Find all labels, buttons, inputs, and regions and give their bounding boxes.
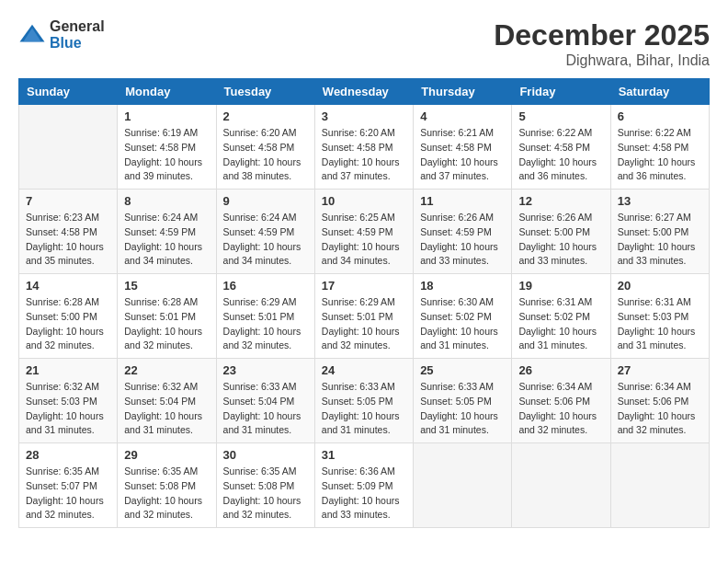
weekday-header-friday: Friday (512, 79, 610, 105)
day-number: 31 (322, 448, 406, 462)
day-number: 8 (124, 194, 209, 208)
day-info: Sunrise: 6:33 AM Sunset: 5:05 PM Dayligh… (322, 380, 406, 438)
calendar-cell: 7Sunrise: 6:23 AM Sunset: 4:58 PM Daylig… (19, 190, 118, 274)
week-row-1: 7Sunrise: 6:23 AM Sunset: 4:58 PM Daylig… (19, 190, 710, 274)
day-number: 29 (124, 448, 209, 462)
day-info: Sunrise: 6:34 AM Sunset: 5:06 PM Dayligh… (618, 380, 702, 438)
calendar-cell: 1Sunrise: 6:19 AM Sunset: 4:58 PM Daylig… (118, 105, 216, 190)
day-info: Sunrise: 6:35 AM Sunset: 5:08 PM Dayligh… (124, 465, 209, 523)
day-number: 6 (618, 109, 702, 123)
calendar-cell: 20Sunrise: 6:31 AM Sunset: 5:03 PM Dayli… (610, 274, 709, 359)
day-info: Sunrise: 6:20 AM Sunset: 4:58 PM Dayligh… (322, 126, 406, 184)
day-info: Sunrise: 6:27 AM Sunset: 5:00 PM Dayligh… (618, 211, 702, 269)
logo-icon (18, 21, 46, 49)
day-info: Sunrise: 6:20 AM Sunset: 4:58 PM Dayligh… (223, 126, 308, 184)
calendar-cell: 14Sunrise: 6:28 AM Sunset: 5:00 PM Dayli… (19, 274, 118, 359)
calendar-cell: 30Sunrise: 6:35 AM Sunset: 5:08 PM Dayli… (216, 443, 314, 528)
calendar-cell: 19Sunrise: 6:31 AM Sunset: 5:02 PM Dayli… (512, 274, 610, 359)
day-number: 21 (26, 363, 110, 377)
day-number: 1 (124, 109, 209, 123)
calendar-cell: 17Sunrise: 6:29 AM Sunset: 5:01 PM Dayli… (314, 274, 413, 359)
day-number: 25 (420, 363, 505, 377)
day-info: Sunrise: 6:34 AM Sunset: 5:06 PM Dayligh… (518, 380, 603, 438)
week-row-4: 28Sunrise: 6:35 AM Sunset: 5:07 PM Dayli… (19, 443, 710, 528)
day-info: Sunrise: 6:33 AM Sunset: 5:04 PM Dayligh… (223, 380, 308, 438)
calendar-cell: 29Sunrise: 6:35 AM Sunset: 5:08 PM Dayli… (118, 443, 216, 528)
calendar-cell: 11Sunrise: 6:26 AM Sunset: 4:59 PM Dayli… (414, 190, 512, 274)
weekday-header-row: SundayMondayTuesdayWednesdayThursdayFrid… (19, 79, 710, 105)
logo-text: General Blue (50, 18, 105, 51)
calendar-cell: 27Sunrise: 6:34 AM Sunset: 5:06 PM Dayli… (610, 359, 709, 443)
calendar-cell: 6Sunrise: 6:22 AM Sunset: 4:58 PM Daylig… (610, 105, 709, 190)
calendar-cell: 10Sunrise: 6:25 AM Sunset: 4:59 PM Dayli… (314, 190, 413, 274)
title-block: December 2025 Dighwara, Bihar, India (494, 18, 710, 69)
day-number: 26 (518, 363, 603, 377)
day-number: 9 (223, 194, 308, 208)
day-info: Sunrise: 6:22 AM Sunset: 4:58 PM Dayligh… (618, 126, 702, 184)
day-info: Sunrise: 6:28 AM Sunset: 5:00 PM Dayligh… (26, 295, 110, 353)
day-number: 30 (223, 448, 308, 462)
day-info: Sunrise: 6:31 AM Sunset: 5:03 PM Dayligh… (618, 295, 702, 353)
day-number: 14 (26, 279, 110, 293)
calendar-cell: 23Sunrise: 6:33 AM Sunset: 5:04 PM Dayli… (216, 359, 314, 443)
day-info: Sunrise: 6:35 AM Sunset: 5:07 PM Dayligh… (26, 465, 110, 523)
calendar-cell (19, 105, 118, 190)
day-info: Sunrise: 6:29 AM Sunset: 5:01 PM Dayligh… (322, 295, 406, 353)
calendar-cell: 26Sunrise: 6:34 AM Sunset: 5:06 PM Dayli… (512, 359, 610, 443)
day-number: 5 (518, 109, 603, 123)
day-number: 19 (518, 279, 603, 293)
day-number: 18 (420, 279, 505, 293)
calendar-cell: 25Sunrise: 6:33 AM Sunset: 5:05 PM Dayli… (414, 359, 512, 443)
day-info: Sunrise: 6:36 AM Sunset: 5:09 PM Dayligh… (322, 465, 406, 523)
weekday-header-saturday: Saturday (610, 79, 709, 105)
day-info: Sunrise: 6:28 AM Sunset: 5:01 PM Dayligh… (124, 295, 209, 353)
day-info: Sunrise: 6:22 AM Sunset: 4:58 PM Dayligh… (518, 126, 603, 184)
calendar-cell: 22Sunrise: 6:32 AM Sunset: 5:04 PM Dayli… (118, 359, 216, 443)
day-number: 4 (420, 109, 505, 123)
calendar-cell: 21Sunrise: 6:32 AM Sunset: 5:03 PM Dayli… (19, 359, 118, 443)
day-number: 12 (518, 194, 603, 208)
week-row-2: 14Sunrise: 6:28 AM Sunset: 5:00 PM Dayli… (19, 274, 710, 359)
day-number: 20 (618, 279, 702, 293)
day-number: 15 (124, 279, 209, 293)
day-info: Sunrise: 6:19 AM Sunset: 4:58 PM Dayligh… (124, 126, 209, 184)
day-number: 2 (223, 109, 308, 123)
page-header: General Blue December 2025 Dighwara, Bih… (18, 18, 710, 69)
day-number: 23 (223, 363, 308, 377)
location-text: Dighwara, Bihar, India (494, 52, 710, 69)
day-number: 16 (223, 279, 308, 293)
calendar-cell: 8Sunrise: 6:24 AM Sunset: 4:59 PM Daylig… (118, 190, 216, 274)
day-number: 28 (26, 448, 110, 462)
day-number: 22 (124, 363, 209, 377)
day-number: 13 (618, 194, 702, 208)
day-number: 27 (618, 363, 702, 377)
day-info: Sunrise: 6:35 AM Sunset: 5:08 PM Dayligh… (223, 465, 308, 523)
day-info: Sunrise: 6:32 AM Sunset: 5:04 PM Dayligh… (124, 380, 209, 438)
calendar-cell: 13Sunrise: 6:27 AM Sunset: 5:00 PM Dayli… (610, 190, 709, 274)
month-title: December 2025 (494, 18, 710, 52)
calendar-cell (610, 443, 709, 528)
day-info: Sunrise: 6:21 AM Sunset: 4:58 PM Dayligh… (420, 126, 505, 184)
calendar-cell: 2Sunrise: 6:20 AM Sunset: 4:58 PM Daylig… (216, 105, 314, 190)
day-info: Sunrise: 6:33 AM Sunset: 5:05 PM Dayligh… (420, 380, 505, 438)
calendar-table: SundayMondayTuesdayWednesdayThursdayFrid… (18, 78, 710, 528)
day-number: 24 (322, 363, 406, 377)
calendar-cell: 12Sunrise: 6:26 AM Sunset: 5:00 PM Dayli… (512, 190, 610, 274)
weekday-header-sunday: Sunday (19, 79, 118, 105)
day-info: Sunrise: 6:31 AM Sunset: 5:02 PM Dayligh… (518, 295, 603, 353)
day-info: Sunrise: 6:23 AM Sunset: 4:58 PM Dayligh… (26, 211, 110, 269)
week-row-0: 1Sunrise: 6:19 AM Sunset: 4:58 PM Daylig… (19, 105, 710, 190)
day-number: 17 (322, 279, 406, 293)
calendar-cell (414, 443, 512, 528)
calendar-cell: 4Sunrise: 6:21 AM Sunset: 4:58 PM Daylig… (414, 105, 512, 190)
day-info: Sunrise: 6:26 AM Sunset: 5:00 PM Dayligh… (518, 211, 603, 269)
calendar-cell: 28Sunrise: 6:35 AM Sunset: 5:07 PM Dayli… (19, 443, 118, 528)
weekday-header-wednesday: Wednesday (314, 79, 413, 105)
logo: General Blue (18, 18, 105, 51)
day-info: Sunrise: 6:26 AM Sunset: 4:59 PM Dayligh… (420, 211, 505, 269)
day-info: Sunrise: 6:32 AM Sunset: 5:03 PM Dayligh… (26, 380, 110, 438)
calendar-cell: 16Sunrise: 6:29 AM Sunset: 5:01 PM Dayli… (216, 274, 314, 359)
weekday-header-tuesday: Tuesday (216, 79, 314, 105)
day-info: Sunrise: 6:24 AM Sunset: 4:59 PM Dayligh… (223, 211, 308, 269)
calendar-cell: 31Sunrise: 6:36 AM Sunset: 5:09 PM Dayli… (314, 443, 413, 528)
